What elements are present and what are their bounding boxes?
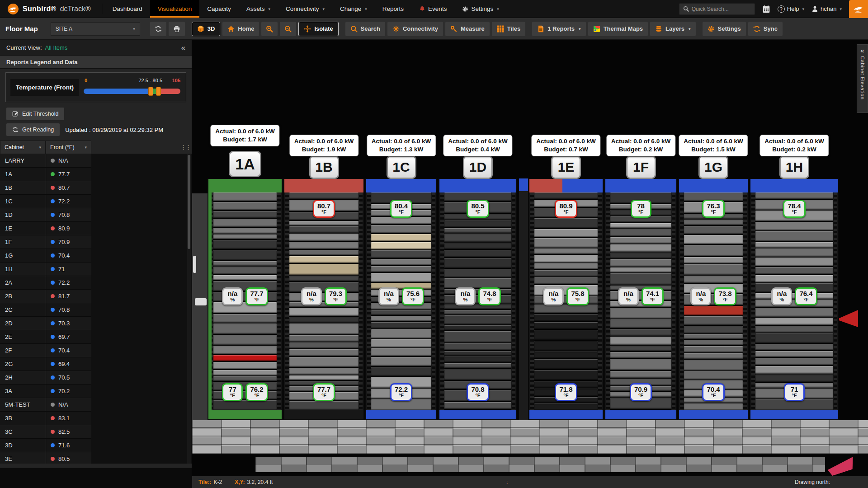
- nav-item-dashboard[interactable]: Dashboard: [105, 0, 150, 18]
- calendar-icon[interactable]: [762, 5, 770, 13]
- collapse-sidebar-icon[interactable]: «: [181, 44, 185, 52]
- rack-1G[interactable]: Actual: 0.0 of 6.0 kWBudget: 1.5 kW1G76.…: [678, 178, 749, 420]
- table-row-3a[interactable]: 3A70.2: [0, 385, 91, 398]
- table-row-larry[interactable]: LARRYN/A: [0, 154, 91, 168]
- edit-threshold-button[interactable]: Edit Threshold: [6, 108, 64, 120]
- temp-badge[interactable]: 70.4°F: [702, 383, 724, 401]
- table-row-2c[interactable]: 2C70.8: [0, 303, 91, 317]
- nav-item-reports[interactable]: Reports: [375, 0, 411, 18]
- temp-badge[interactable]: n/a%: [771, 287, 792, 305]
- temp-badge[interactable]: 77°F: [222, 383, 243, 401]
- temp-badge[interactable]: 75.8°F: [566, 287, 589, 305]
- rack-name-plate[interactable]: 1C: [387, 155, 416, 179]
- temp-badge[interactable]: 78.4°F: [783, 200, 805, 218]
- temp-badge[interactable]: n/a%: [222, 287, 243, 305]
- rack-1D[interactable]: Actual: 0.0 of 6.0 kWBudget: 0.4 kW1D80.…: [439, 178, 517, 420]
- site-selector[interactable]: SITE A ▾: [51, 22, 140, 36]
- rack-1H[interactable]: Actual: 0.0 of 6.0 kWBudget: 0.2 kW1H78.…: [750, 178, 839, 420]
- nav-item-change[interactable]: Change▾: [332, 0, 375, 18]
- nav-item-assets[interactable]: Assets▾: [239, 0, 278, 18]
- rack-1A[interactable]: Actual: 0.0 of 6.0 kWBudget: 1.7 kW1An/a…: [208, 178, 283, 420]
- table-row-3e[interactable]: 3E80.5: [0, 452, 91, 464]
- temp-badge[interactable]: n/a%: [301, 287, 322, 305]
- thermal-maps-button[interactable]: Thermal Maps: [588, 22, 648, 36]
- temp-badge[interactable]: 76.3°F: [702, 200, 724, 218]
- temp-badge[interactable]: 70.8°F: [467, 383, 489, 401]
- connectivity-button[interactable]: Connectivity: [387, 22, 443, 36]
- table-row-1b[interactable]: 1B80.7: [0, 181, 91, 195]
- rack-name-plate[interactable]: 1A: [229, 151, 261, 177]
- table-scrollbar[interactable]: [187, 154, 191, 464]
- table-row-2h[interactable]: 2H70.5: [0, 371, 91, 385]
- table-row-3c[interactable]: 3C82.5: [0, 425, 91, 439]
- temp-badge[interactable]: 71.8°F: [555, 383, 577, 401]
- cabinet-elevation-tab[interactable]: « Cabinet Elevation: [857, 44, 868, 113]
- rack-name-plate[interactable]: 1F: [626, 155, 656, 179]
- table-row-2f[interactable]: 2F70.4: [0, 344, 91, 357]
- temp-badge[interactable]: 77.7°F: [313, 383, 335, 401]
- measure-button[interactable]: Measure: [445, 22, 490, 36]
- rack-name-plate[interactable]: 1E: [551, 155, 581, 179]
- zoom-in-button[interactable]: [261, 22, 278, 36]
- table-row-3b[interactable]: 3B83.1: [0, 412, 91, 425]
- user-menu[interactable]: hchan ▾: [811, 5, 842, 12]
- table-row-2a[interactable]: 2A72.2: [0, 276, 91, 290]
- temp-badge[interactable]: n/a%: [690, 287, 711, 305]
- temp-badge[interactable]: 78°F: [631, 200, 651, 218]
- column-header-cabinet[interactable]: Cabinet ▾: [0, 141, 46, 154]
- print-button[interactable]: [169, 22, 185, 36]
- temp-badge[interactable]: 74.1°F: [642, 287, 664, 305]
- temp-badge[interactable]: n/a%: [618, 287, 639, 305]
- rack-1F[interactable]: Actual: 0.0 of 6.0 kWBudget: 0.2 kW1F78°…: [604, 178, 677, 420]
- temp-badge[interactable]: 80.5°F: [467, 200, 489, 218]
- sync-button[interactable]: Sync: [748, 22, 783, 36]
- rack-1C[interactable]: Actual: 0.0 of 6.0 kWBudget: 1.3 kW1C80.…: [365, 178, 437, 420]
- temp-badge[interactable]: 72.2°F: [390, 383, 412, 401]
- temp-badge[interactable]: 73.8°F: [714, 287, 736, 305]
- table-row-2g[interactable]: 2G69.4: [0, 357, 91, 371]
- rack-name-plate[interactable]: 1H: [779, 155, 809, 179]
- temp-badge[interactable]: 79.3°F: [325, 287, 347, 305]
- table-row-1f[interactable]: 1F70.9: [0, 235, 91, 249]
- table-row-1d[interactable]: 1D70.8: [0, 208, 91, 222]
- temp-badge[interactable]: 80.9°F: [555, 200, 577, 218]
- help-menu[interactable]: ? Help ▾: [778, 5, 804, 13]
- table-row-5m-test[interactable]: 5M-TESTN/A: [0, 398, 91, 412]
- get-reading-button[interactable]: Get Reading: [6, 123, 60, 136]
- table-row-2b[interactable]: 2B81.7: [0, 290, 91, 303]
- table-row-1h[interactable]: 1H71: [0, 263, 91, 276]
- home-button[interactable]: Home: [222, 22, 259, 36]
- settings-button[interactable]: Settings: [703, 22, 746, 36]
- threshold-handle-high[interactable]: [156, 87, 161, 96]
- quick-search-input[interactable]: [692, 6, 751, 12]
- view-3d-button[interactable]: 3D: [192, 22, 221, 36]
- temp-badge[interactable]: 70.9°F: [630, 383, 652, 401]
- nav-item-connectivity[interactable]: Connectivity▾: [278, 0, 332, 18]
- table-row-1c[interactable]: 1C72.2: [0, 195, 91, 208]
- rack-name-plate[interactable]: 1D: [463, 155, 493, 179]
- table-row-2e[interactable]: 2E69.7: [0, 330, 91, 344]
- tiles-button[interactable]: Tiles: [492, 22, 525, 36]
- nav-item-capacity[interactable]: Capacity: [199, 0, 239, 18]
- isolate-button[interactable]: Isolate: [298, 22, 338, 36]
- table-row-2d[interactable]: 2D70.3: [0, 317, 91, 330]
- temp-badge[interactable]: 76.2°F: [245, 383, 268, 401]
- reports-button[interactable]: 1 Reports▾: [532, 22, 586, 36]
- temp-badge[interactable]: 71°F: [784, 383, 805, 401]
- app-logo[interactable]: [849, 0, 868, 18]
- threshold-handle-low[interactable]: [148, 87, 153, 96]
- zoom-out-button[interactable]: [280, 22, 296, 36]
- table-row-1g[interactable]: 1G70.4: [0, 249, 91, 263]
- temp-badge[interactable]: 75.6°F: [402, 287, 424, 305]
- temp-badge[interactable]: n/a%: [455, 287, 476, 305]
- floor-map-3d-view[interactable]: Actual: 0.0 of 6.0 kWBudget: 1.7 kW1An/a…: [192, 40, 868, 488]
- rack-name-plate[interactable]: 1G: [698, 155, 728, 179]
- nav-item-settings[interactable]: Settings▾: [454, 0, 506, 18]
- layers-button[interactable]: Layers▾: [650, 22, 695, 36]
- rack-1E[interactable]: Actual: 0.0 of 6.0 kWBudget: 0.7 kW1E80.…: [528, 178, 604, 420]
- refresh-button[interactable]: [150, 22, 166, 36]
- rack-name-plate[interactable]: 1B: [309, 155, 339, 179]
- temp-badge[interactable]: 74.8°F: [478, 287, 500, 305]
- nav-item-visualization[interactable]: Visualization: [150, 0, 200, 18]
- table-row-1e[interactable]: 1E80.9: [0, 222, 91, 235]
